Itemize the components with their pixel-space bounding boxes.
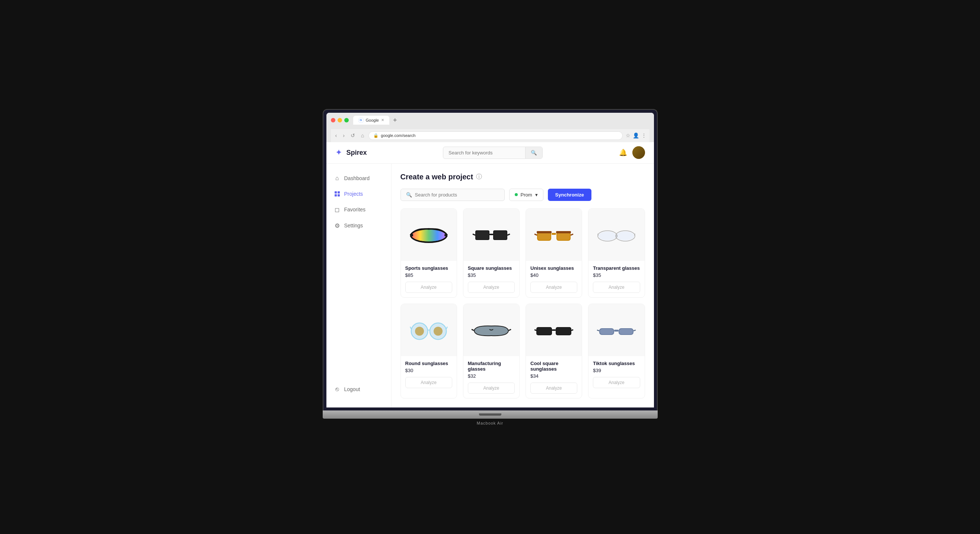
analyze-button-transparent[interactable]: Analyze bbox=[593, 282, 640, 293]
info-icon[interactable]: ⓘ bbox=[476, 173, 482, 181]
svg-point-35 bbox=[434, 327, 442, 336]
user-profile-icon[interactable]: 👤 bbox=[633, 132, 639, 138]
page-title: Create a web project bbox=[401, 173, 473, 181]
analyze-button-unisex[interactable]: Analyze bbox=[530, 282, 577, 293]
product-price-square: $35 bbox=[468, 272, 515, 278]
svg-line-14 bbox=[507, 234, 510, 235]
category-dropdown[interactable]: Prom ▾ bbox=[509, 189, 543, 201]
product-info-coolsquare: Cool square sunglasses $34 Analyze bbox=[526, 356, 582, 398]
page-title-row: Create a web project ⓘ bbox=[401, 173, 645, 181]
forward-button[interactable]: › bbox=[341, 132, 346, 139]
svg-line-29 bbox=[635, 234, 635, 236]
laptop-base bbox=[323, 410, 658, 419]
tab-close-icon[interactable]: ✕ bbox=[381, 118, 384, 122]
keyword-search-input[interactable] bbox=[443, 147, 525, 159]
svg-line-53 bbox=[633, 330, 636, 331]
svg-rect-44 bbox=[552, 329, 556, 331]
svg-line-46 bbox=[571, 330, 573, 331]
back-button[interactable]: ‹ bbox=[334, 132, 339, 139]
svg-rect-51 bbox=[614, 330, 619, 332]
category-status-dot bbox=[515, 193, 518, 196]
analyze-button-sports[interactable]: Analyze bbox=[405, 282, 452, 293]
svg-rect-9 bbox=[476, 231, 489, 239]
product-image-unisex bbox=[526, 209, 582, 261]
sidebar-item-settings[interactable]: ⚙ Settings bbox=[326, 218, 391, 233]
svg-rect-21 bbox=[552, 233, 556, 235]
product-info-square: Square sunglasses $35 Analyze bbox=[463, 261, 519, 297]
header-search[interactable]: 🔍 bbox=[443, 146, 542, 159]
traffic-light-close[interactable] bbox=[331, 118, 335, 122]
sidebar-item-dashboard[interactable]: ⌂ Dashboard bbox=[326, 171, 391, 185]
product-info-unisex: Unisex sunglasses $40 Analyze bbox=[526, 261, 582, 297]
logo-icon: ✦ bbox=[335, 148, 342, 157]
svg-rect-2 bbox=[335, 194, 337, 197]
product-price-coolsquare: $34 bbox=[530, 373, 577, 379]
sidebar-item-projects[interactable]: Projects bbox=[326, 187, 391, 201]
notification-button[interactable]: 🔔 bbox=[619, 148, 627, 157]
svg-rect-48 bbox=[600, 329, 613, 334]
macbook-label: Macbook Air bbox=[323, 421, 658, 425]
product-card-unisex[interactable]: Unisex sunglasses $40 Analyze bbox=[525, 208, 582, 298]
product-search-bar[interactable]: 🔍 bbox=[401, 189, 505, 201]
svg-point-25 bbox=[598, 232, 616, 240]
app-header: ✦ Spirex 🔍 🔔 bbox=[326, 142, 654, 164]
product-price-manufacturing: $32 bbox=[468, 373, 515, 379]
svg-line-22 bbox=[535, 234, 537, 235]
product-info-transparent: Transparent glasses $35 Analyze bbox=[589, 261, 644, 297]
svg-rect-1 bbox=[337, 191, 340, 194]
product-image-transparent bbox=[589, 209, 644, 261]
product-card-manufacturing[interactable]: Manufacturing glasses $32 Analyze bbox=[463, 304, 520, 399]
svg-rect-12 bbox=[490, 234, 493, 235]
analyze-button-round[interactable]: Analyze bbox=[405, 377, 452, 388]
product-card-tiktok[interactable]: Tiktok sunglasses $39 Analyze bbox=[588, 304, 645, 399]
analyze-button-square[interactable]: Analyze bbox=[468, 282, 515, 293]
browser-tab[interactable]: G Google ✕ bbox=[353, 116, 389, 125]
svg-rect-41 bbox=[537, 328, 551, 335]
reload-button[interactable]: ↺ bbox=[349, 132, 356, 139]
product-name-tiktok: Tiktok sunglasses bbox=[593, 361, 640, 366]
sidebar-nav: ⌂ Dashboard bbox=[326, 171, 391, 233]
product-name-unisex: Unisex sunglasses bbox=[530, 265, 577, 271]
product-card-round[interactable]: Round sunglasses $30 Analyze bbox=[401, 304, 457, 399]
sidebar-item-favorites[interactable]: ◻ Favorites bbox=[326, 202, 391, 217]
lock-icon: 🔒 bbox=[373, 133, 379, 138]
app-container: ⌂ Dashboard bbox=[326, 164, 654, 407]
analyze-button-tiktok[interactable]: Analyze bbox=[593, 377, 640, 388]
product-card-transparent[interactable]: Transparent glasses $35 Analyze bbox=[588, 208, 645, 298]
product-image-round bbox=[401, 304, 457, 356]
avatar[interactable] bbox=[632, 146, 645, 159]
product-card-sports[interactable]: Sports sunglasses $85 Analyze bbox=[401, 208, 457, 298]
address-text: google.com/search bbox=[381, 133, 415, 138]
product-price-sports: $85 bbox=[405, 272, 452, 278]
product-search-icon: 🔍 bbox=[406, 192, 412, 198]
settings-icon: ⚙ bbox=[334, 222, 340, 229]
product-name-manufacturing: Manufacturing glasses bbox=[468, 361, 515, 372]
product-price-tiktok: $39 bbox=[593, 368, 640, 373]
product-card-coolsquare[interactable]: Cool square sunglasses $34 Analyze bbox=[525, 304, 582, 399]
svg-rect-16 bbox=[538, 232, 550, 240]
svg-line-36 bbox=[410, 327, 411, 329]
svg-rect-18 bbox=[557, 232, 570, 240]
analyze-button-manufacturing[interactable]: Analyze bbox=[468, 383, 515, 394]
product-image-square bbox=[463, 209, 519, 261]
home-button[interactable]: ⌂ bbox=[360, 132, 366, 139]
product-info-manufacturing: Manufacturing glasses $32 Analyze bbox=[463, 356, 519, 398]
address-bar[interactable]: 🔒 google.com/search bbox=[369, 131, 622, 140]
synchronize-button[interactable]: Synchronize bbox=[548, 189, 592, 201]
svg-point-27 bbox=[616, 232, 634, 240]
sidebar-label-settings: Settings bbox=[344, 222, 363, 229]
traffic-light-maximize[interactable] bbox=[344, 118, 349, 122]
sidebar-item-logout[interactable]: ⎋ Logout bbox=[326, 382, 391, 396]
menu-icon[interactable]: ⋮ bbox=[641, 132, 646, 138]
category-label: Prom bbox=[521, 192, 532, 198]
svg-line-23 bbox=[571, 234, 573, 235]
product-search-input[interactable] bbox=[415, 192, 499, 198]
traffic-light-minimize[interactable] bbox=[337, 118, 342, 122]
svg-line-13 bbox=[473, 234, 475, 235]
star-icon[interactable]: ☆ bbox=[626, 132, 630, 138]
keyword-search-button[interactable]: 🔍 bbox=[525, 147, 542, 159]
new-tab-button[interactable]: + bbox=[391, 117, 399, 124]
product-info-round: Round sunglasses $30 Analyze bbox=[401, 356, 457, 393]
analyze-button-coolsquare[interactable]: Analyze bbox=[530, 383, 577, 394]
product-card-square[interactable]: Square sunglasses $35 Analyze bbox=[463, 208, 520, 298]
